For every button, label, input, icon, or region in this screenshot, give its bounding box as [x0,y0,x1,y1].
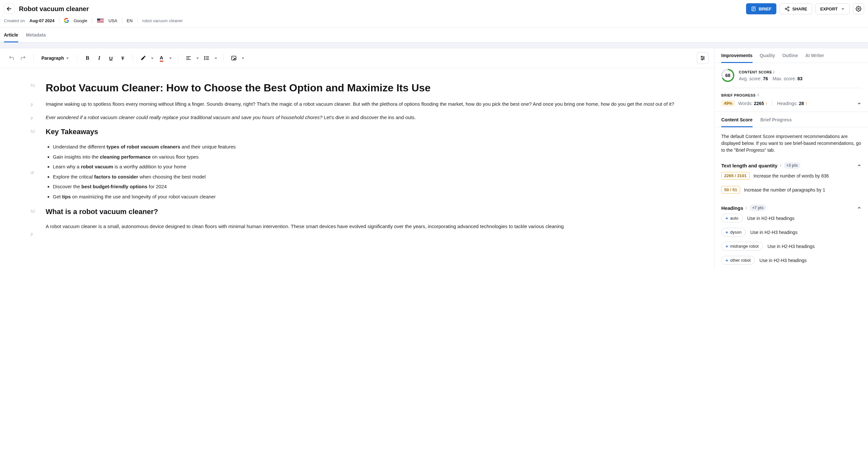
recommendation-row: 50 / 51 Increase the number of paragraph… [721,183,862,197]
share-button-label: SHARE [792,6,807,11]
article-p3[interactable]: A robot vacuum cleaner is a small, auton… [45,223,695,230]
bold-button[interactable]: B [82,53,93,63]
settings-button[interactable] [853,3,864,14]
tab-quality[interactable]: Quality [760,53,775,63]
plus-icon: + [725,244,728,249]
export-button[interactable]: EXPORT [815,3,850,14]
article-p1[interactable]: Imagine waking up to spotless floors eve… [45,100,695,108]
redo-button[interactable] [18,53,29,63]
editor-body[interactable]: h1 Robot Vacuum Cleaner: How to Choose t… [0,68,714,249]
section-title: Headings [721,205,743,211]
count-pill: 50 / 51 [721,186,740,194]
info-icon[interactable]: i [757,93,759,97]
tab-improvements[interactable]: Improvements [721,53,752,63]
subtab-content-score[interactable]: Content Score [721,117,752,127]
undo-icon [8,55,14,61]
collapse-icon[interactable] [857,206,862,210]
arrow-left-icon [6,6,12,12]
italic-button[interactable]: I [94,53,105,63]
svg-point-10 [858,8,860,10]
article-h2-1[interactable]: Key Takeaways [45,127,695,137]
collapse-icon[interactable] [857,163,862,168]
article-h2-2[interactable]: What is a robot vacuum cleaner? [45,207,695,217]
chevron-down-icon [151,56,154,60]
gear-icon [856,6,862,12]
block-type-label: Paragraph [41,56,64,61]
pts-badge: +3 pts [784,162,801,169]
strikethrough-icon: T [121,56,124,61]
google-icon [64,18,69,23]
strikethrough-button[interactable]: T [117,53,128,63]
content-score-card: 68 CONTENT SCOREi Avg. score: 76 Max. sc… [715,63,868,88]
tab-metadata[interactable]: Metadata [26,28,46,42]
stripe [0,42,868,48]
block-tag-h2: h2 [31,209,35,214]
tab-article[interactable]: Article [4,28,18,42]
underline-button[interactable]: U [105,53,116,63]
article-p2[interactable]: Ever wondered if a robot vacuum cleaner … [45,114,695,121]
plus-icon: + [725,258,728,263]
section-header-text[interactable]: Text length and quantity i +3 pts [721,162,862,169]
underline-icon: U [109,56,113,61]
list-item[interactable]: Gain insights into the cleaning performa… [53,152,695,162]
keyword-chip[interactable]: +dyson [721,228,746,237]
keyword-chip[interactable]: +other robot [721,256,755,265]
arrow-up-icon: ↑ [765,101,768,106]
align-button[interactable] [183,53,194,63]
image-icon [231,55,237,61]
article-ul[interactable]: Understand the different types of robot … [45,142,695,201]
text-color-button[interactable]: A [156,53,167,63]
language: EN [127,18,133,23]
tab-outline[interactable]: Outline [782,53,798,63]
share-button[interactable]: SHARE [780,3,812,14]
expand-brief[interactable] [857,101,862,106]
block-tag-h2: h2 [31,129,35,134]
keyword-chip[interactable]: +midrange robot [721,242,763,251]
image-button[interactable] [228,53,239,63]
subtab-brief-progress[interactable]: Brief Progress [761,117,792,127]
align-dropdown[interactable] [195,53,200,63]
undo-button[interactable] [6,53,17,63]
list-item[interactable]: Get tips on maximizing the use and longe… [53,192,695,202]
export-button-label: EXPORT [820,6,838,11]
brief-button[interactable]: BRIEF [746,3,776,14]
pts-badge: +7 pts [750,205,766,211]
info-icon[interactable]: i [773,70,775,75]
redo-icon [20,55,26,61]
highlight-dropdown[interactable] [149,53,155,63]
adjustments-button[interactable] [697,52,709,64]
list-item[interactable]: Discover the best budget-friendly option… [53,182,695,192]
brief-icon [751,6,756,11]
list-item[interactable]: Explore the critical factors to consider… [53,172,695,182]
svg-point-6 [785,8,786,9]
text-color-dropdown[interactable] [167,53,174,63]
keyword-chip[interactable]: +auto [721,214,743,223]
svg-line-8 [786,7,788,8]
brief-percent: 49% [721,100,735,106]
svg-point-26 [703,58,704,59]
article-h1[interactable]: Robot Vacuum Cleaner: How to Choose the … [45,81,695,94]
list-button[interactable] [201,53,212,63]
created-date: Aug-07 2024 [29,18,55,23]
list-item[interactable]: Learn why a robot vacuum is a worthy add… [53,162,695,172]
share-icon [784,6,790,11]
section-header-headings[interactable]: Headings i +7 pts [721,205,862,211]
brief-title: BRIEF PROGRESS [721,93,755,97]
tab-ai-writer[interactable]: AI Writer [805,53,824,63]
highlight-icon [140,55,146,61]
section-headings: Headings i +7 pts +auto Use in H2-H3 hea… [715,202,868,269]
highlight-button[interactable] [137,53,149,63]
block-type-dropdown[interactable]: Paragraph [38,53,72,63]
svg-line-9 [786,9,788,10]
list-item[interactable]: Understand the different types of robot … [53,142,695,152]
back-button[interactable] [4,4,14,14]
info-icon[interactable]: i [780,163,781,168]
svg-point-17 [205,56,205,57]
chevron-down-icon [66,56,69,60]
rec-text: Increase the number of words by 836 [753,173,829,178]
info-icon[interactable]: i [746,206,747,210]
top-buttons: BRIEF SHARE EXPORT [746,3,864,14]
image-dropdown[interactable] [240,53,246,63]
flag-usa-icon [97,18,104,23]
list-dropdown[interactable] [213,53,219,63]
